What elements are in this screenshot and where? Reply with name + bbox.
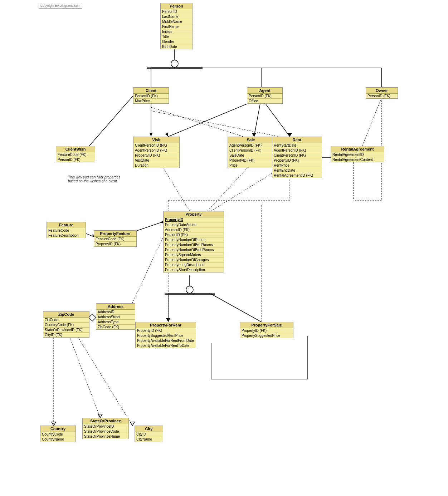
entity-stateorprovince: StateOrProvince StateOrProvinceID StateO… bbox=[82, 418, 129, 439]
field-pfs-propertyid: PropertyID (FK) bbox=[240, 328, 293, 333]
field-office: Office bbox=[247, 99, 282, 103]
entity-propertyfeature: PropertyFeature FeatureCode (FK) Propert… bbox=[94, 230, 137, 247]
entity-city: City CityID CityName bbox=[135, 426, 163, 442]
svg-marker-15 bbox=[288, 133, 292, 137]
svg-marker-13 bbox=[252, 133, 256, 137]
field-gender: Gender bbox=[161, 39, 192, 44]
entity-city-title: City bbox=[135, 426, 163, 432]
field-availabletodate: PropertyAvailableForRentToDate bbox=[136, 343, 196, 348]
field-middlename: MiddleName bbox=[161, 19, 192, 24]
field-cityname: CityName bbox=[135, 437, 163, 442]
field-propertysqm: PropertySquareMeters bbox=[164, 252, 224, 257]
field-sale-agentpersonid: AgentPersonID (FK) bbox=[228, 143, 274, 148]
field-personid: PersonID bbox=[161, 9, 192, 14]
svg-marker-9 bbox=[150, 133, 152, 137]
entity-visit-title: Visit bbox=[133, 137, 179, 143]
entity-property-title: Property bbox=[164, 211, 224, 217]
entity-agent: Agent PersonID (FK) Office bbox=[247, 87, 283, 104]
field-owner-personid: PersonID (FK) bbox=[366, 94, 398, 98]
field-suggestedrentprice: PropertySuggestedRentPrice bbox=[136, 333, 196, 338]
svg-line-28 bbox=[161, 164, 190, 211]
svg-marker-49 bbox=[130, 422, 135, 426]
field-property-addressid: AddressID (FK) bbox=[164, 227, 224, 232]
field-price: Price bbox=[228, 163, 274, 168]
entity-client-title: Client bbox=[133, 88, 169, 94]
field-propertyshortdesc: PropertyShortDescription bbox=[164, 267, 224, 272]
entity-propertyforsale: PropertyForSale PropertyID (FK) Property… bbox=[240, 322, 293, 338]
entity-clientwish-title: ClientWish bbox=[56, 146, 95, 152]
field-suggestedprice: PropertySuggestedPrice bbox=[240, 333, 293, 338]
entity-stateorprovince-title: StateOrProvince bbox=[83, 418, 128, 424]
field-visit-clientpersonid: ClientPersonID (FK) bbox=[133, 143, 179, 148]
field-sale-clientpersonid: ClientPersonID (FK) bbox=[228, 148, 274, 153]
field-stateorprovinceid-fk: StateOrProvinceID (FK) bbox=[43, 328, 89, 333]
svg-marker-45 bbox=[52, 422, 56, 426]
svg-line-10 bbox=[168, 98, 261, 137]
entity-agent-title: Agent bbox=[247, 88, 282, 94]
field-pf-propertyid: PropertyID (FK) bbox=[94, 242, 136, 246]
field-sale-propertyid: PropertyID (FK) bbox=[228, 158, 274, 163]
entity-address-title: Address bbox=[96, 304, 135, 310]
entity-rent-title: Rent bbox=[272, 137, 322, 143]
field-cityid-fk: CityID (FK) bbox=[43, 333, 89, 337]
field-rent-clientpersonid: ClientPersonID (FK) bbox=[272, 153, 322, 158]
field-rentalagreementcontent: RentalAgreementContent bbox=[331, 157, 384, 162]
field-countrycode: CountryCode bbox=[40, 432, 76, 437]
field-pf-featurecode: FeatureCode (FK) bbox=[94, 237, 136, 242]
field-propertydateadded: PropertyDateAdded bbox=[164, 222, 224, 227]
entity-rentalagreement: RentalAgreement RentalAgreementID Rental… bbox=[331, 146, 384, 162]
entity-rentalagreement-title: RentalAgreement bbox=[331, 146, 384, 152]
field-propertyrooms: PropertyNumberOfRooms bbox=[164, 237, 224, 242]
field-visit-agentpersonid: AgentPersonID (FK) bbox=[133, 148, 179, 153]
entity-visit: Visit ClientPersonID (FK) AgentPersonID … bbox=[133, 137, 180, 168]
svg-line-30 bbox=[208, 164, 250, 211]
clientwish-note: This way you can filter properties based… bbox=[68, 175, 129, 183]
field-initials: Initials bbox=[161, 29, 192, 34]
field-cityid: CityID bbox=[135, 432, 163, 437]
svg-line-46 bbox=[68, 333, 100, 418]
field-stateorprovinceid: StateOrProvinceID bbox=[83, 424, 128, 429]
entity-propertyforrent: PropertyForRent PropertyID (FK) Property… bbox=[135, 322, 196, 348]
field-propertybathrooms: PropertyNumberOfBathRooms bbox=[164, 247, 224, 252]
field-rentalaggreementid-fk: RentalAgreementID (FK) bbox=[272, 173, 322, 178]
field-rentstartdate: RentStartDate bbox=[272, 143, 322, 148]
svg-line-48 bbox=[75, 333, 132, 426]
field-property-personid: PersonID (FK) bbox=[164, 232, 224, 237]
entity-propertyforsale-title: PropertyForSale bbox=[240, 322, 293, 328]
field-rent-propertyid: PropertyID (FK) bbox=[272, 158, 322, 163]
svg-marker-42 bbox=[89, 314, 96, 321]
field-visit-propertyid: PropertyID (FK) bbox=[133, 153, 179, 158]
field-propertylongdesc: PropertyLongDescription bbox=[164, 262, 224, 267]
entity-rent: Rent RentStartDate AgentPersonID (FK) Cl… bbox=[272, 137, 322, 178]
field-stateorprovincecode: StateOrProvinceCode bbox=[83, 429, 128, 434]
field-addresstype: AddressType bbox=[96, 320, 135, 325]
field-pfr-propertyid: PropertyID (FK) bbox=[136, 328, 196, 333]
field-client-personid: PersonID (FK) bbox=[133, 94, 169, 99]
entity-zipcode: ZipCode ZipCode CountryCode (FK) StateOr… bbox=[43, 311, 89, 338]
field-addressid: AddressID bbox=[96, 310, 135, 315]
field-featuredescription: FeatureDescription bbox=[47, 233, 86, 238]
field-property-propertyid: PropertyID bbox=[164, 217, 224, 222]
entity-country-title: Country bbox=[40, 426, 76, 432]
entity-client: Client PersonID (FK) MaxPrice bbox=[133, 87, 169, 104]
svg-line-12 bbox=[254, 98, 261, 137]
field-birthdate: BirthDate bbox=[161, 44, 192, 49]
field-featurecode-fk: FeatureCode (FK) bbox=[56, 152, 95, 157]
field-propertygarages: PropertyNumberOfGarages bbox=[164, 257, 224, 262]
entity-feature: Feature FeatureCode FeatureDescription bbox=[47, 222, 86, 238]
svg-point-35 bbox=[186, 286, 193, 293]
svg-marker-56 bbox=[166, 318, 170, 322]
field-clientwish-personid: PersonID (FK) bbox=[56, 157, 95, 162]
entity-country: Country CountryCode CountryName bbox=[40, 426, 76, 442]
svg-marker-11 bbox=[165, 132, 168, 137]
svg-point-1 bbox=[171, 60, 178, 67]
entity-sale-title: Sale bbox=[228, 137, 274, 143]
field-countryname: CountryName bbox=[40, 437, 76, 442]
entity-zipcode-title: ZipCode bbox=[43, 311, 89, 318]
field-rentenddate: RentEndDate bbox=[272, 168, 322, 173]
field-addressstreet: AddressStreet bbox=[96, 315, 135, 320]
svg-line-14 bbox=[261, 98, 290, 137]
field-visitdate: VisitDate bbox=[133, 158, 179, 163]
field-firstname: FirstName bbox=[161, 24, 192, 29]
svg-line-39 bbox=[211, 294, 261, 322]
